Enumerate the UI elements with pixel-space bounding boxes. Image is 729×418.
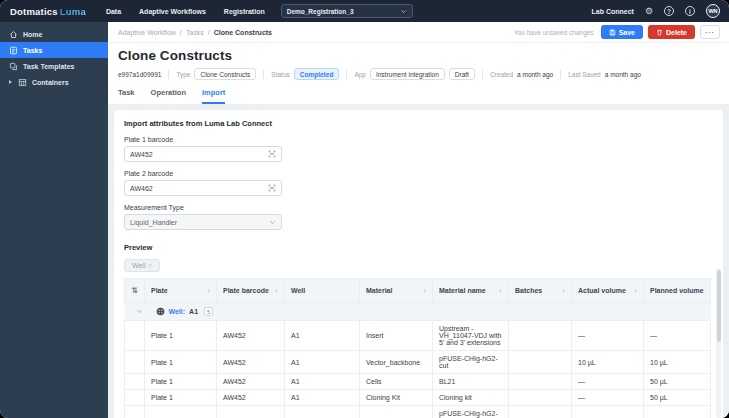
breadcrumb-separator: / <box>180 29 182 36</box>
row-expand-cell <box>125 374 145 390</box>
cell-well: A1 <box>285 321 360 351</box>
cell-plate: Plate 1 <box>145 351 217 374</box>
sidebar-item-tasks[interactable]: Tasks <box>0 42 108 58</box>
table-row[interactable]: Plate 1AW452A1InsertUpstream - VH_11047-… <box>125 321 711 351</box>
column-header-content: Material name↑ <box>439 287 502 294</box>
tab-operation[interactable]: Operation <box>151 88 186 104</box>
app-label: App <box>354 71 366 78</box>
column-header-planned[interactable]: Planned volume <box>644 279 711 303</box>
project-select[interactable]: Demo_Registration_3 <box>281 4 413 18</box>
barcode-input[interactable]: AW462 <box>124 180 282 196</box>
sidebar-item-label: Containers <box>32 79 69 86</box>
sidebar-item-label: Tasks <box>23 47 42 54</box>
chevron-down-icon[interactable] <box>136 308 143 315</box>
last-saved-label: Last Saved <box>568 71 601 78</box>
sort-icon[interactable]: ↑ <box>275 287 278 294</box>
column-header-plate[interactable]: Plate↑ <box>145 279 217 303</box>
table-row[interactable]: Plate 1AW452A1ConstructpFUSE-CHIg-hG2-cu… <box>125 406 711 418</box>
app-logo[interactable]: DotmaticsLuma <box>10 6 86 17</box>
delete-button[interactable]: Delete <box>648 25 695 39</box>
sidebar-item-home[interactable]: Home <box>0 26 108 42</box>
tab-bar: TaskOperationImport <box>108 80 729 104</box>
tab-import[interactable]: Import <box>202 88 225 104</box>
lab-connect-link[interactable]: Lab Connect <box>592 8 634 15</box>
column-header-actual[interactable]: Actual volume↑ <box>572 279 644 303</box>
column-label: Plate barcode <box>223 287 269 294</box>
column-header-material_name[interactable]: Material name↑ <box>433 279 509 303</box>
breadcrumb-item[interactable]: Adaptive Workflow <box>118 29 176 36</box>
column-header-content: Material↑ <box>366 287 426 294</box>
divider <box>482 70 483 79</box>
column-label: Planned volume <box>650 287 704 294</box>
more-actions-button[interactable]: ··· <box>700 25 720 39</box>
table-row[interactable]: Plate 1AW452A1CellsBL21—50 µL <box>125 374 711 390</box>
help-icon[interactable]: ? <box>664 6 674 16</box>
top-nav-item-registration[interactable]: Registration <box>224 8 265 15</box>
top-nav: DataAdaptive WorkflowsRegistration <box>106 8 265 15</box>
sort-icon[interactable]: ↑ <box>562 287 565 294</box>
table-row[interactable]: Plate 1AW452A1Cloning KitCloning kit—50 … <box>125 390 711 406</box>
settings-gear-icon[interactable]: ⚙ <box>645 7 653 16</box>
chevron-down-icon <box>400 8 407 15</box>
barcode-scan-icon <box>268 150 276 158</box>
user-avatar[interactable]: WN <box>706 4 720 18</box>
column-header-batches[interactable]: Batches↑ <box>509 279 572 303</box>
sidebar: HomeTasksTask TemplatesContainers <box>0 22 108 418</box>
column-header-content: Plate↑ <box>151 287 210 294</box>
info-icon[interactable]: i <box>685 6 695 16</box>
field-value: Liquid_Handler <box>130 219 177 226</box>
task-id: e997a1d09991 <box>118 71 161 78</box>
expand-all-icon[interactable]: ⇅ <box>125 279 145 303</box>
column-header-content: Planned volume <box>650 287 704 294</box>
project-select-value: Demo_Registration_3 <box>287 8 354 15</box>
topbar-right: Lab Connect ⚙ ? i WN <box>592 4 720 18</box>
last-saved-value: a month ago <box>605 71 641 78</box>
column-header-material[interactable]: Material↑ <box>360 279 433 303</box>
page-header: Adaptive Workflow/Tasks/Clone Constructs… <box>108 22 729 104</box>
top-nav-item-data[interactable]: Data <box>106 8 121 15</box>
chevron-down-icon <box>269 219 276 226</box>
cell-planned: 10 µL <box>644 351 711 374</box>
import-section-heading: Import attributes from Luma Lab Connect <box>124 119 711 128</box>
tab-task[interactable]: Task <box>118 88 135 104</box>
cell-batches <box>509 321 572 351</box>
column-label: Batches <box>515 287 542 294</box>
cell-well: A1 <box>285 351 360 374</box>
cell-plate: Plate 1 <box>145 390 217 406</box>
sort-icon[interactable]: ↑ <box>423 287 426 294</box>
table-scrollbar[interactable] <box>716 268 721 418</box>
sort-icon[interactable]: ↑ <box>207 287 210 294</box>
group-header: Well:A15 <box>136 307 711 316</box>
content-area: Import attributes from Luma Lab Connect … <box>108 104 729 418</box>
save-button[interactable]: Save <box>601 25 643 39</box>
column-header-barcode[interactable]: Plate barcode↑ <box>217 279 285 303</box>
barcode-scan-icon <box>268 184 276 192</box>
table-header-row: ⇅Plate↑Plate barcode↑WellMaterial↑Materi… <box>125 279 711 303</box>
group-row-well-a1[interactable]: Well:A15 <box>125 303 711 321</box>
sidebar-item-task-templates[interactable]: Task Templates <box>0 58 108 74</box>
scrollbar-thumb[interactable] <box>717 270 721 342</box>
table-row[interactable]: Plate 1AW452A1Vector_backbonepFUSE-CHIg-… <box>125 351 711 374</box>
sort-icon[interactable]: ↑ <box>634 287 637 294</box>
column-header-content: Plate barcode↑ <box>223 287 278 294</box>
sort-icon[interactable]: ↑ <box>499 287 502 294</box>
column-header-well[interactable]: Well <box>285 279 360 303</box>
top-nav-item-adaptive-workflows[interactable]: Adaptive Workflows <box>139 8 206 15</box>
cell-material: Insert <box>360 321 433 351</box>
sidebar-item-containers[interactable]: Containers <box>0 74 108 90</box>
row-group-chip-well[interactable]: Well ↑ <box>124 259 160 272</box>
column-label: Actual volume <box>578 287 626 294</box>
cell-material: Cloning Kit <box>360 390 433 406</box>
measurement-type-select[interactable]: Liquid_Handler <box>124 214 282 230</box>
app-chip: Instrument integration <box>370 68 445 80</box>
group-cell: Well:A15 <box>125 303 711 321</box>
barcode-input[interactable]: AW452 <box>124 146 282 162</box>
sidebar-item-label: Home <box>23 31 42 38</box>
unsaved-changes-text: You have unsaved changes <box>514 29 594 36</box>
cell-barcode: AW452 <box>217 390 285 406</box>
cell-material_name: BL21 <box>433 374 509 390</box>
preview-heading: Preview <box>124 243 711 252</box>
divider <box>168 70 169 79</box>
breadcrumb-item[interactable]: Tasks <box>186 29 204 36</box>
group-label: Well: <box>169 308 186 315</box>
